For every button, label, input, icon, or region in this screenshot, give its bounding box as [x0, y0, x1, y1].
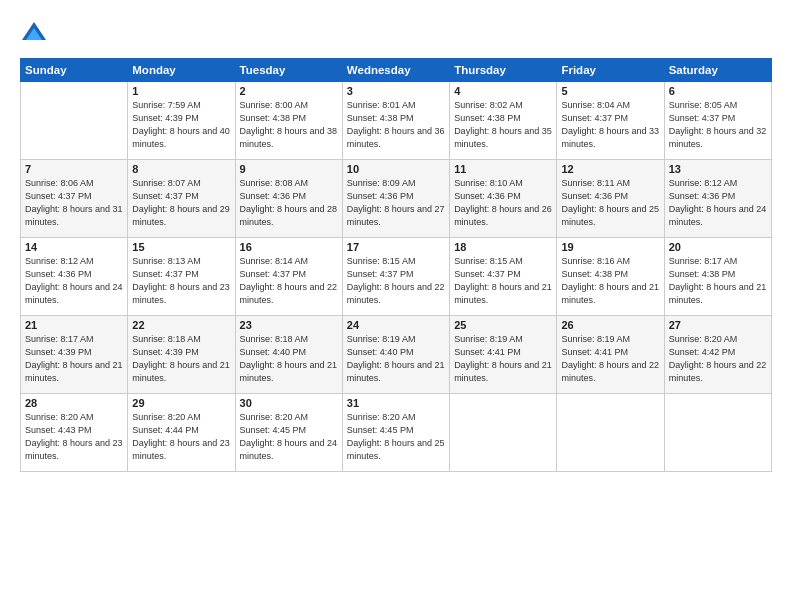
day-number: 24: [347, 319, 445, 331]
day-number: 22: [132, 319, 230, 331]
day-info: Sunrise: 8:19 AMSunset: 4:41 PMDaylight:…: [561, 333, 659, 385]
day-number: 30: [240, 397, 338, 409]
weekday-header: Thursday: [450, 59, 557, 82]
day-number: 15: [132, 241, 230, 253]
day-number: 31: [347, 397, 445, 409]
calendar-cell: 3Sunrise: 8:01 AMSunset: 4:38 PMDaylight…: [342, 82, 449, 160]
calendar-cell: 31Sunrise: 8:20 AMSunset: 4:45 PMDayligh…: [342, 394, 449, 472]
calendar-week-row: 21Sunrise: 8:17 AMSunset: 4:39 PMDayligh…: [21, 316, 772, 394]
calendar-cell: 16Sunrise: 8:14 AMSunset: 4:37 PMDayligh…: [235, 238, 342, 316]
calendar-cell: 19Sunrise: 8:16 AMSunset: 4:38 PMDayligh…: [557, 238, 664, 316]
day-info: Sunrise: 8:13 AMSunset: 4:37 PMDaylight:…: [132, 255, 230, 307]
day-number: 11: [454, 163, 552, 175]
day-info: Sunrise: 8:20 AMSunset: 4:45 PMDaylight:…: [347, 411, 445, 463]
day-number: 28: [25, 397, 123, 409]
day-info: Sunrise: 8:04 AMSunset: 4:37 PMDaylight:…: [561, 99, 659, 151]
day-number: 18: [454, 241, 552, 253]
calendar-cell: 9Sunrise: 8:08 AMSunset: 4:36 PMDaylight…: [235, 160, 342, 238]
day-info: Sunrise: 8:15 AMSunset: 4:37 PMDaylight:…: [347, 255, 445, 307]
header: [20, 16, 772, 48]
calendar-cell: 18Sunrise: 8:15 AMSunset: 4:37 PMDayligh…: [450, 238, 557, 316]
day-info: Sunrise: 8:00 AMSunset: 4:38 PMDaylight:…: [240, 99, 338, 151]
day-number: 1: [132, 85, 230, 97]
day-number: 2: [240, 85, 338, 97]
day-number: 29: [132, 397, 230, 409]
calendar-cell: 12Sunrise: 8:11 AMSunset: 4:36 PMDayligh…: [557, 160, 664, 238]
calendar-cell: [450, 394, 557, 472]
day-info: Sunrise: 8:16 AMSunset: 4:38 PMDaylight:…: [561, 255, 659, 307]
day-info: Sunrise: 8:17 AMSunset: 4:39 PMDaylight:…: [25, 333, 123, 385]
day-info: Sunrise: 8:05 AMSunset: 4:37 PMDaylight:…: [669, 99, 767, 151]
calendar-cell: 2Sunrise: 8:00 AMSunset: 4:38 PMDaylight…: [235, 82, 342, 160]
calendar-page: SundayMondayTuesdayWednesdayThursdayFrid…: [0, 0, 792, 612]
day-number: 16: [240, 241, 338, 253]
day-number: 4: [454, 85, 552, 97]
day-info: Sunrise: 8:09 AMSunset: 4:36 PMDaylight:…: [347, 177, 445, 229]
logo-icon: [20, 20, 48, 48]
calendar-cell: 25Sunrise: 8:19 AMSunset: 4:41 PMDayligh…: [450, 316, 557, 394]
day-info: Sunrise: 8:02 AMSunset: 4:38 PMDaylight:…: [454, 99, 552, 151]
calendar-week-row: 28Sunrise: 8:20 AMSunset: 4:43 PMDayligh…: [21, 394, 772, 472]
calendar-week-row: 1Sunrise: 7:59 AMSunset: 4:39 PMDaylight…: [21, 82, 772, 160]
day-number: 17: [347, 241, 445, 253]
calendar-cell: 29Sunrise: 8:20 AMSunset: 4:44 PMDayligh…: [128, 394, 235, 472]
day-number: 3: [347, 85, 445, 97]
day-info: Sunrise: 8:20 AMSunset: 4:44 PMDaylight:…: [132, 411, 230, 463]
calendar-week-row: 14Sunrise: 8:12 AMSunset: 4:36 PMDayligh…: [21, 238, 772, 316]
calendar-cell: 14Sunrise: 8:12 AMSunset: 4:36 PMDayligh…: [21, 238, 128, 316]
calendar-week-row: 7Sunrise: 8:06 AMSunset: 4:37 PMDaylight…: [21, 160, 772, 238]
day-info: Sunrise: 8:10 AMSunset: 4:36 PMDaylight:…: [454, 177, 552, 229]
day-number: 13: [669, 163, 767, 175]
day-info: Sunrise: 8:12 AMSunset: 4:36 PMDaylight:…: [669, 177, 767, 229]
day-number: 19: [561, 241, 659, 253]
calendar-cell: 1Sunrise: 7:59 AMSunset: 4:39 PMDaylight…: [128, 82, 235, 160]
day-info: Sunrise: 8:01 AMSunset: 4:38 PMDaylight:…: [347, 99, 445, 151]
day-number: 14: [25, 241, 123, 253]
weekday-header: Monday: [128, 59, 235, 82]
day-info: Sunrise: 8:07 AMSunset: 4:37 PMDaylight:…: [132, 177, 230, 229]
weekday-header: Friday: [557, 59, 664, 82]
day-number: 7: [25, 163, 123, 175]
day-info: Sunrise: 8:17 AMSunset: 4:38 PMDaylight:…: [669, 255, 767, 307]
calendar-cell: 21Sunrise: 8:17 AMSunset: 4:39 PMDayligh…: [21, 316, 128, 394]
day-number: 10: [347, 163, 445, 175]
day-info: Sunrise: 7:59 AMSunset: 4:39 PMDaylight:…: [132, 99, 230, 151]
day-info: Sunrise: 8:20 AMSunset: 4:45 PMDaylight:…: [240, 411, 338, 463]
calendar-cell: 11Sunrise: 8:10 AMSunset: 4:36 PMDayligh…: [450, 160, 557, 238]
day-number: 25: [454, 319, 552, 331]
calendar-cell: [21, 82, 128, 160]
calendar-cell: 23Sunrise: 8:18 AMSunset: 4:40 PMDayligh…: [235, 316, 342, 394]
calendar-cell: 15Sunrise: 8:13 AMSunset: 4:37 PMDayligh…: [128, 238, 235, 316]
day-info: Sunrise: 8:08 AMSunset: 4:36 PMDaylight:…: [240, 177, 338, 229]
weekday-header: Tuesday: [235, 59, 342, 82]
calendar-cell: 30Sunrise: 8:20 AMSunset: 4:45 PMDayligh…: [235, 394, 342, 472]
day-info: Sunrise: 8:14 AMSunset: 4:37 PMDaylight:…: [240, 255, 338, 307]
calendar-cell: [557, 394, 664, 472]
day-number: 9: [240, 163, 338, 175]
day-info: Sunrise: 8:18 AMSunset: 4:39 PMDaylight:…: [132, 333, 230, 385]
calendar-cell: 26Sunrise: 8:19 AMSunset: 4:41 PMDayligh…: [557, 316, 664, 394]
weekday-header: Saturday: [664, 59, 771, 82]
day-info: Sunrise: 8:06 AMSunset: 4:37 PMDaylight:…: [25, 177, 123, 229]
day-number: 6: [669, 85, 767, 97]
day-info: Sunrise: 8:18 AMSunset: 4:40 PMDaylight:…: [240, 333, 338, 385]
weekday-header: Wednesday: [342, 59, 449, 82]
day-info: Sunrise: 8:19 AMSunset: 4:41 PMDaylight:…: [454, 333, 552, 385]
day-number: 12: [561, 163, 659, 175]
calendar-cell: 24Sunrise: 8:19 AMSunset: 4:40 PMDayligh…: [342, 316, 449, 394]
day-info: Sunrise: 8:20 AMSunset: 4:42 PMDaylight:…: [669, 333, 767, 385]
day-info: Sunrise: 8:15 AMSunset: 4:37 PMDaylight:…: [454, 255, 552, 307]
weekday-header: Sunday: [21, 59, 128, 82]
calendar-cell: 4Sunrise: 8:02 AMSunset: 4:38 PMDaylight…: [450, 82, 557, 160]
day-info: Sunrise: 8:20 AMSunset: 4:43 PMDaylight:…: [25, 411, 123, 463]
calendar-cell: 7Sunrise: 8:06 AMSunset: 4:37 PMDaylight…: [21, 160, 128, 238]
day-number: 8: [132, 163, 230, 175]
day-number: 21: [25, 319, 123, 331]
day-number: 26: [561, 319, 659, 331]
calendar-cell: [664, 394, 771, 472]
calendar-cell: 27Sunrise: 8:20 AMSunset: 4:42 PMDayligh…: [664, 316, 771, 394]
day-number: 27: [669, 319, 767, 331]
calendar-cell: 5Sunrise: 8:04 AMSunset: 4:37 PMDaylight…: [557, 82, 664, 160]
calendar-cell: 20Sunrise: 8:17 AMSunset: 4:38 PMDayligh…: [664, 238, 771, 316]
calendar-cell: 8Sunrise: 8:07 AMSunset: 4:37 PMDaylight…: [128, 160, 235, 238]
